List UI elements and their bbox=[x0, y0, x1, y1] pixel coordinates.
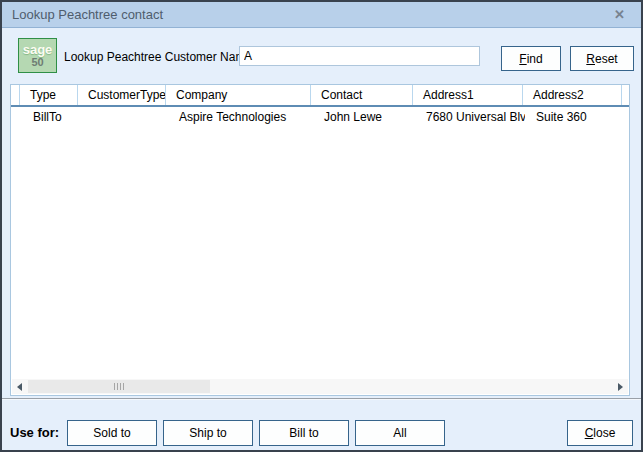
scroll-left-button[interactable] bbox=[12, 379, 27, 394]
bill-to-label: Bill to bbox=[289, 426, 318, 440]
customer-name-label: Lookup Peachtree Customer Name: bbox=[64, 50, 255, 64]
scroll-right-button[interactable] bbox=[613, 379, 628, 394]
cell-address2: Suite 360 bbox=[525, 110, 625, 124]
sage-logo-50: 50 bbox=[31, 57, 43, 68]
close-button-label: Close bbox=[585, 426, 616, 440]
use-for-label: Use for: bbox=[10, 425, 62, 440]
table-header-row: Type CustomerType Company Contact Addres… bbox=[11, 85, 629, 107]
column-header-company[interactable]: Company bbox=[165, 85, 310, 105]
table-row[interactable]: BillTo Aspire Technologies John Lewe 768… bbox=[11, 107, 629, 126]
thumb-grip-icon bbox=[117, 383, 118, 390]
cell-type: BillTo bbox=[22, 110, 80, 124]
column-header-contact[interactable]: Contact bbox=[310, 85, 412, 105]
horizontal-scrollbar[interactable] bbox=[12, 379, 628, 394]
thumb-grip-icon bbox=[114, 383, 115, 390]
sold-to-button[interactable]: Sold to bbox=[67, 420, 157, 446]
ship-to-label: Ship to bbox=[189, 426, 226, 440]
ship-to-button[interactable]: Ship to bbox=[163, 420, 253, 446]
find-button-label: Find bbox=[519, 52, 542, 66]
cell-contact: John Lewe bbox=[313, 110, 415, 124]
thumb-grip-icon bbox=[123, 383, 124, 390]
cell-address1: 7680 Universal Blvd. bbox=[415, 110, 525, 124]
footer-bar: Use for: Sold to Ship to Bill to All Clo… bbox=[2, 400, 641, 450]
cell-company: Aspire Technologies bbox=[168, 110, 313, 124]
scrollbar-thumb[interactable] bbox=[28, 380, 210, 393]
column-header-customertype[interactable]: CustomerType bbox=[77, 85, 165, 105]
customer-name-input[interactable] bbox=[239, 46, 480, 66]
contacts-table: Type CustomerType Company Contact Addres… bbox=[10, 84, 630, 396]
lookup-peachtree-contact-dialog: Lookup Peachtree contact ✕ sage 50 Looku… bbox=[0, 0, 643, 452]
close-button[interactable]: Close bbox=[567, 420, 633, 446]
footer-separator bbox=[2, 398, 641, 399]
find-button[interactable]: Find bbox=[501, 46, 561, 71]
column-header-type[interactable]: Type bbox=[19, 85, 77, 105]
sold-to-label: Sold to bbox=[93, 426, 130, 440]
scroll-left-arrow-icon bbox=[17, 383, 22, 391]
sage-50-logo: sage 50 bbox=[18, 38, 57, 73]
sage-logo-text: sage bbox=[23, 43, 53, 56]
header-spacer bbox=[11, 85, 19, 105]
column-header-address2[interactable]: Address2 bbox=[522, 85, 622, 105]
column-header-address1[interactable]: Address1 bbox=[412, 85, 522, 105]
reset-button[interactable]: Reset bbox=[570, 46, 634, 71]
scroll-right-arrow-icon bbox=[618, 383, 623, 391]
all-button-label: All bbox=[393, 426, 406, 440]
titlebar: Lookup Peachtree contact ✕ bbox=[2, 2, 641, 28]
window-title: Lookup Peachtree contact bbox=[12, 7, 163, 22]
close-icon[interactable]: ✕ bbox=[614, 7, 625, 22]
all-button[interactable]: All bbox=[355, 420, 445, 446]
thumb-grip-icon bbox=[120, 383, 121, 390]
bill-to-button[interactable]: Bill to bbox=[259, 420, 349, 446]
reset-button-label: Reset bbox=[586, 52, 617, 66]
